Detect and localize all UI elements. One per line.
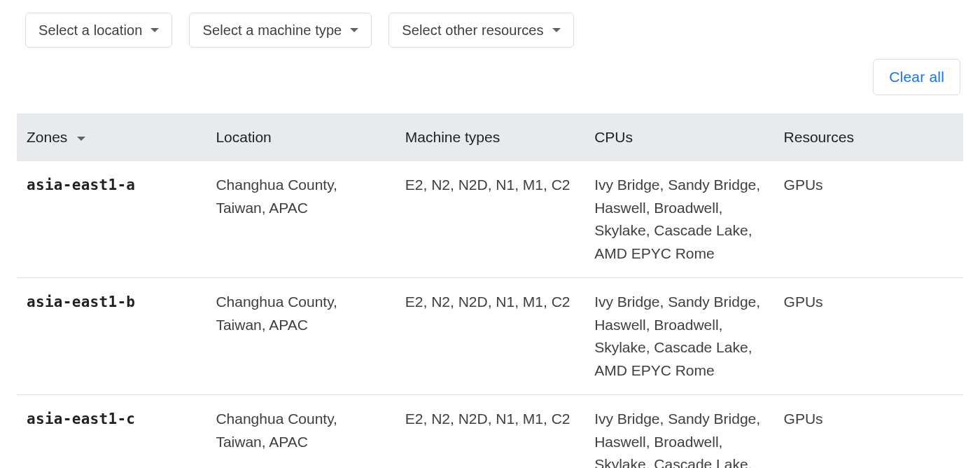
clear-all-label: Clear all — [889, 69, 944, 85]
clear-all-button[interactable]: Clear all — [873, 59, 960, 95]
zone-cell: asia-east1-b — [17, 278, 206, 395]
select-location-label: Select a location — [38, 22, 142, 39]
machine-types-cell: E2, N2, N2D, N1, M1, C2 — [396, 161, 584, 278]
location-cell: Changhua County, Taiwan, APAC — [206, 161, 395, 278]
zone-cell: asia-east1-c — [17, 395, 206, 468]
select-machine-type-dropdown[interactable]: Select a machine type — [189, 13, 372, 48]
column-header-zones-label: Zones — [27, 129, 67, 145]
column-header-resources[interactable]: Resources — [774, 113, 963, 161]
column-header-location[interactable]: Location — [206, 113, 395, 161]
sort-desc-icon — [77, 137, 85, 141]
table-row: asia-east1-c Changhua County, Taiwan, AP… — [17, 395, 963, 468]
resources-cell: GPUs — [774, 395, 963, 468]
caret-down-icon — [150, 28, 159, 32]
column-header-machine-types[interactable]: Machine types — [396, 113, 584, 161]
location-cell: Changhua County, Taiwan, APAC — [206, 395, 395, 468]
machine-types-cell: E2, N2, N2D, N1, M1, C2 — [396, 278, 584, 395]
cpus-cell: Ivy Bridge, Sandy Bridge, Haswell, Broad… — [584, 161, 774, 278]
select-other-resources-dropdown[interactable]: Select other resources — [388, 13, 573, 48]
table-row: asia-east1-b Changhua County, Taiwan, AP… — [17, 278, 963, 395]
select-location-dropdown[interactable]: Select a location — [25, 13, 172, 48]
machine-types-cell: E2, N2, N2D, N1, M1, C2 — [396, 395, 584, 468]
cpus-cell: Ivy Bridge, Sandy Bridge, Haswell, Broad… — [584, 395, 774, 468]
zones-table: Zones Location Machine types CPUs Resour… — [17, 113, 963, 468]
select-machine-type-label: Select a machine type — [202, 22, 342, 39]
filter-bar: Select a location Select a machine type … — [25, 13, 963, 48]
location-cell: Changhua County, Taiwan, APAC — [206, 278, 395, 395]
clear-row: Clear all — [17, 59, 963, 95]
column-header-cpus[interactable]: CPUs — [584, 113, 774, 161]
resources-cell: GPUs — [774, 278, 963, 395]
zone-cell: asia-east1-a — [17, 161, 206, 278]
cpus-cell: Ivy Bridge, Sandy Bridge, Haswell, Broad… — [584, 278, 774, 395]
caret-down-icon — [350, 28, 358, 32]
table-row: asia-east1-a Changhua County, Taiwan, AP… — [17, 161, 963, 278]
select-other-resources-label: Select other resources — [402, 22, 543, 39]
table-header-row: Zones Location Machine types CPUs Resour… — [17, 113, 963, 161]
column-header-zones[interactable]: Zones — [17, 113, 206, 161]
caret-down-icon — [552, 28, 561, 32]
resources-cell: GPUs — [774, 161, 963, 278]
